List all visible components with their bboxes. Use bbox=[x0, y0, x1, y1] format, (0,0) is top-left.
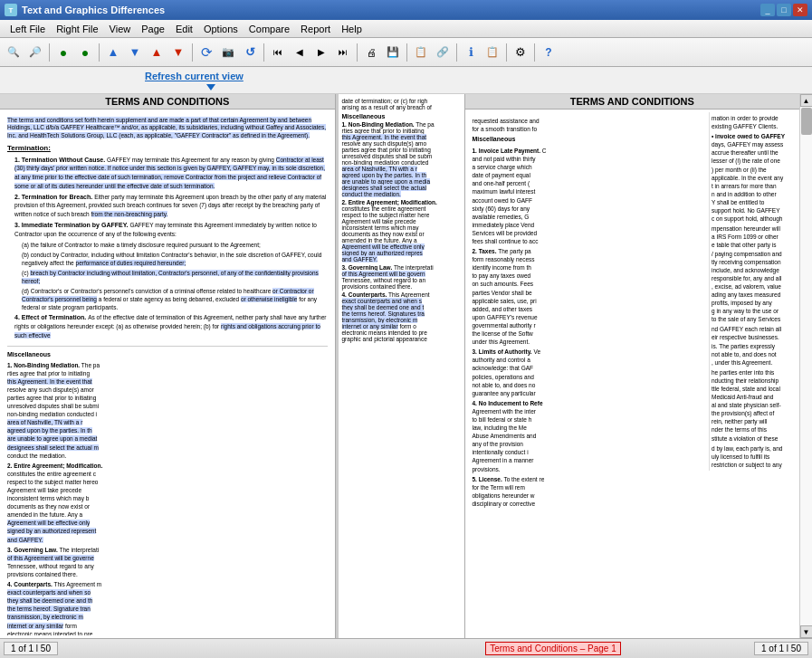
right-panel-content: requested assistance andfor a smooth tra… bbox=[465, 110, 800, 635]
refresh-label-row: Refresh current view bbox=[0, 67, 812, 94]
app-icon: T bbox=[5, 4, 17, 16]
menu-edit[interactable]: Edit bbox=[170, 23, 198, 35]
sep9 bbox=[534, 43, 535, 62]
right-page-status: 1 of 1 l 50 bbox=[754, 642, 808, 655]
left-item-4: 4. Effect of Termination. As of the effe… bbox=[14, 313, 328, 339]
sep8 bbox=[506, 43, 507, 62]
menu-bar: Left File Right File View Page Edit Opti… bbox=[0, 20, 812, 38]
refresh-arrow-icon bbox=[206, 84, 215, 91]
refresh-button[interactable]: ↺ bbox=[240, 43, 260, 62]
right-page-highlight-status: Terms and Conditions – Page 1 bbox=[485, 642, 621, 655]
help-button[interactable]: ? bbox=[539, 43, 559, 62]
sep6 bbox=[406, 43, 407, 62]
maximize-button[interactable]: □ bbox=[777, 4, 791, 16]
close-button[interactable]: ✕ bbox=[793, 4, 807, 16]
left-item-2: 2. Termination for Breach. Either party … bbox=[14, 193, 328, 219]
title-bar: T Text and Graphics Differences _ □ ✕ bbox=[0, 0, 812, 20]
sep1 bbox=[49, 43, 50, 62]
left-panel: TERMS AND CONDITIONS The terms and condi… bbox=[0, 94, 336, 638]
settings-button[interactable]: ⚙ bbox=[511, 43, 530, 62]
print-button[interactable]: 🖨 bbox=[361, 43, 381, 62]
left-intro-text: The terms and conditions set forth herei… bbox=[7, 117, 326, 138]
zoom-in-button[interactable]: 🔍 bbox=[4, 43, 24, 62]
left-page-status: 1 of 1 l 50 bbox=[4, 642, 58, 655]
nav-prev-green-button[interactable]: ● bbox=[53, 43, 73, 62]
menu-view[interactable]: View bbox=[104, 23, 137, 35]
page-next-button[interactable]: ▶ bbox=[311, 43, 331, 62]
menu-help[interactable]: Help bbox=[336, 23, 368, 35]
toolbar: 🔍 🔎 ● ● ▲ ▼ ▲ ▼ ⟳ 📷 ↺ ⏮ ◀ ▶ ⏭ 🖨 💾 📋 🔗 ℹ … bbox=[0, 38, 812, 67]
sync-button[interactable]: ⟳ bbox=[196, 43, 216, 62]
save-button[interactable]: 💾 bbox=[383, 43, 403, 62]
sep5 bbox=[357, 43, 358, 62]
nav-next-green-button[interactable]: ● bbox=[75, 43, 95, 62]
menu-compare[interactable]: Compare bbox=[244, 23, 295, 35]
arrow-up-blue-button[interactable]: ▲ bbox=[103, 43, 123, 62]
sep2 bbox=[99, 43, 100, 62]
menu-options[interactable]: Options bbox=[198, 23, 244, 35]
main-content: TERMS AND CONDITIONS The terms and condi… bbox=[0, 94, 812, 638]
center-continuation-panel: date of termination; or (c) for righaris… bbox=[339, 94, 465, 638]
info2-button[interactable]: 📋 bbox=[482, 43, 502, 62]
sep3 bbox=[192, 43, 193, 62]
left-misc-section: Miscellaneous 1. Non-Binding Mediation. … bbox=[7, 346, 328, 635]
menu-left-file[interactable]: Left File bbox=[5, 23, 51, 35]
menu-report[interactable]: Report bbox=[295, 23, 336, 35]
arrow-down-blue-button[interactable]: ▼ bbox=[125, 43, 145, 62]
scroll-track[interactable] bbox=[800, 107, 813, 625]
document-panels: TERMS AND CONDITIONS The terms and condi… bbox=[0, 94, 799, 638]
left-panel-title: TERMS AND CONDITIONS bbox=[0, 94, 335, 110]
menu-right-file[interactable]: Right File bbox=[51, 23, 103, 35]
page-first-button[interactable]: ⏮ bbox=[268, 43, 288, 62]
info-button[interactable]: ℹ bbox=[461, 43, 481, 62]
status-bar: 1 of 1 l 50 Terms and Conditions – Page … bbox=[0, 638, 812, 658]
window-title: Text and Graphics Differences bbox=[22, 5, 165, 15]
minimize-button[interactable]: _ bbox=[760, 4, 775, 16]
copy-button[interactable]: 📋 bbox=[411, 43, 431, 62]
scroll-up-arrow[interactable]: ▲ bbox=[800, 94, 813, 107]
link-button[interactable]: 🔗 bbox=[433, 43, 453, 62]
arrow-up-red-button[interactable]: ▲ bbox=[147, 43, 167, 62]
vertical-scrollbar[interactable]: ▲ ▼ bbox=[799, 94, 812, 638]
scroll-thumb[interactable] bbox=[801, 108, 812, 135]
camera-button[interactable]: 📷 bbox=[218, 43, 238, 62]
left-item-1: 1. Termination Without Cause. GAFFEY may… bbox=[14, 156, 328, 191]
window-controls[interactable]: _ □ ✕ bbox=[760, 4, 807, 16]
page-prev-button[interactable]: ◀ bbox=[290, 43, 310, 62]
sep7 bbox=[456, 43, 457, 62]
left-item-3: 3. Immediate Termination by GAFFEY. GAFF… bbox=[14, 221, 328, 311]
sep4 bbox=[263, 43, 264, 62]
scroll-down-arrow[interactable]: ▼ bbox=[800, 625, 813, 638]
left-termination-heading: Termination: bbox=[7, 143, 328, 153]
right-panel: TERMS AND CONDITIONS requested assistanc… bbox=[465, 94, 800, 638]
page-last-button[interactable]: ⏭ bbox=[333, 43, 353, 62]
menu-page[interactable]: Page bbox=[136, 23, 170, 35]
refresh-current-view-label: Refresh current view bbox=[145, 71, 244, 81]
arrow-down-red-button[interactable]: ▼ bbox=[168, 43, 188, 62]
right-panel-title: TERMS AND CONDITIONS bbox=[465, 94, 800, 110]
left-panel-content: The terms and conditions set forth herei… bbox=[0, 110, 335, 635]
zoom-out-button[interactable]: 🔎 bbox=[25, 43, 45, 62]
